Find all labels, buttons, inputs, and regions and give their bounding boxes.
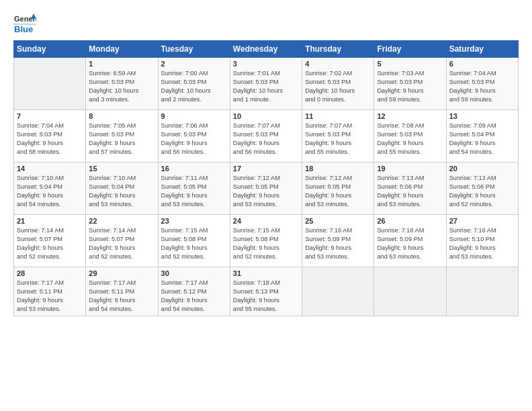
calendar-cell: 28Sunrise: 7:17 AM Sunset: 5:11 PM Dayli…: [14, 267, 86, 316]
day-number: 15: [89, 165, 154, 173]
day-info: Sunrise: 7:16 AM Sunset: 5:10 PM Dayligh…: [449, 226, 515, 261]
day-number: 21: [17, 217, 83, 225]
page-header: General Blue: [13, 12, 519, 35]
calendar-cell: 31Sunrise: 7:18 AM Sunset: 5:13 PM Dayli…: [230, 267, 302, 316]
calendar-cell: 20Sunrise: 7:13 AM Sunset: 5:06 PM Dayli…: [446, 163, 518, 215]
day-number: 29: [89, 269, 154, 277]
day-info: Sunrise: 7:16 AM Sunset: 5:09 PM Dayligh…: [377, 226, 443, 261]
day-number: 17: [233, 165, 299, 173]
day-number: 24: [233, 217, 299, 225]
day-info: Sunrise: 7:12 AM Sunset: 5:05 PM Dayligh…: [233, 174, 299, 209]
calendar-cell: 13Sunrise: 7:09 AM Sunset: 5:04 PM Dayli…: [446, 110, 518, 163]
day-info: Sunrise: 7:17 AM Sunset: 5:11 PM Dayligh…: [17, 279, 83, 314]
day-number: 23: [161, 217, 227, 225]
calendar-cell: [446, 267, 518, 316]
day-number: 19: [377, 165, 443, 173]
day-info: Sunrise: 7:12 AM Sunset: 5:05 PM Dayligh…: [305, 174, 371, 209]
day-info: Sunrise: 7:13 AM Sunset: 5:06 PM Dayligh…: [449, 174, 515, 209]
day-info: Sunrise: 7:06 AM Sunset: 5:03 PM Dayligh…: [161, 122, 227, 156]
day-number: 30: [161, 269, 227, 277]
col-header-thursday: Thursday: [302, 41, 374, 58]
day-info: Sunrise: 7:10 AM Sunset: 5:04 PM Dayligh…: [17, 174, 83, 209]
calendar-cell: [14, 58, 86, 110]
logo-graphic: General Blue: [13, 12, 36, 35]
calendar-cell: 22Sunrise: 7:14 AM Sunset: 5:07 PM Dayli…: [86, 215, 158, 267]
day-number: 3: [233, 60, 299, 68]
day-info: Sunrise: 7:05 AM Sunset: 5:03 PM Dayligh…: [89, 122, 154, 156]
calendar-cell: 8Sunrise: 7:05 AM Sunset: 5:03 PM Daylig…: [86, 110, 158, 163]
day-number: 9: [161, 112, 227, 120]
day-number: 11: [305, 112, 371, 120]
day-info: Sunrise: 7:14 AM Sunset: 5:07 PM Dayligh…: [89, 226, 154, 261]
day-number: 25: [305, 217, 371, 225]
day-number: 26: [377, 217, 443, 225]
day-number: 8: [89, 112, 154, 120]
calendar-cell: 16Sunrise: 7:11 AM Sunset: 5:05 PM Dayli…: [158, 163, 230, 215]
calendar-cell: 19Sunrise: 7:13 AM Sunset: 5:06 PM Dayli…: [374, 163, 446, 215]
calendar-cell: 25Sunrise: 7:16 AM Sunset: 5:09 PM Dayli…: [302, 215, 374, 267]
calendar-cell: 15Sunrise: 7:10 AM Sunset: 5:04 PM Dayli…: [86, 163, 158, 215]
day-number: 14: [17, 165, 83, 173]
calendar-cell: 27Sunrise: 7:16 AM Sunset: 5:10 PM Dayli…: [446, 215, 518, 267]
day-info: Sunrise: 7:11 AM Sunset: 5:05 PM Dayligh…: [161, 174, 227, 209]
calendar-cell: 1Sunrise: 6:59 AM Sunset: 5:03 PM Daylig…: [86, 58, 158, 110]
svg-text:Blue: Blue: [14, 24, 33, 34]
day-number: 27: [449, 217, 515, 225]
col-header-sunday: Sunday: [14, 41, 86, 58]
col-header-tuesday: Tuesday: [158, 41, 230, 58]
day-number: 6: [449, 60, 515, 68]
day-number: 1: [89, 60, 154, 68]
day-info: Sunrise: 7:07 AM Sunset: 5:03 PM Dayligh…: [305, 122, 371, 156]
day-number: 20: [449, 165, 515, 173]
day-info: Sunrise: 7:14 AM Sunset: 5:07 PM Dayligh…: [17, 226, 83, 261]
day-info: Sunrise: 7:16 AM Sunset: 5:09 PM Dayligh…: [305, 226, 371, 261]
calendar-cell: 24Sunrise: 7:15 AM Sunset: 5:08 PM Dayli…: [230, 215, 302, 267]
calendar-header: SundayMondayTuesdayWednesdayThursdayFrid…: [14, 41, 519, 58]
day-info: Sunrise: 7:10 AM Sunset: 5:04 PM Dayligh…: [89, 174, 154, 209]
day-info: Sunrise: 7:17 AM Sunset: 5:11 PM Dayligh…: [89, 279, 154, 314]
day-info: Sunrise: 7:04 AM Sunset: 5:03 PM Dayligh…: [449, 69, 515, 104]
day-number: 18: [305, 165, 371, 173]
day-info: Sunrise: 7:07 AM Sunset: 5:03 PM Dayligh…: [233, 122, 299, 156]
day-number: 10: [233, 112, 299, 120]
day-info: Sunrise: 7:08 AM Sunset: 5:03 PM Dayligh…: [377, 122, 443, 156]
col-header-friday: Friday: [374, 41, 446, 58]
calendar-cell: 26Sunrise: 7:16 AM Sunset: 5:09 PM Dayli…: [374, 215, 446, 267]
col-header-saturday: Saturday: [446, 41, 518, 58]
calendar-cell: 2Sunrise: 7:00 AM Sunset: 5:03 PM Daylig…: [158, 58, 230, 110]
day-number: 31: [233, 269, 299, 277]
day-info: Sunrise: 7:15 AM Sunset: 5:08 PM Dayligh…: [161, 226, 227, 261]
calendar-cell: 12Sunrise: 7:08 AM Sunset: 5:03 PM Dayli…: [374, 110, 446, 163]
calendar-cell: 3Sunrise: 7:01 AM Sunset: 5:03 PM Daylig…: [230, 58, 302, 110]
calendar-cell: 10Sunrise: 7:07 AM Sunset: 5:03 PM Dayli…: [230, 110, 302, 163]
logo: General Blue: [13, 12, 36, 35]
calendar-cell: 21Sunrise: 7:14 AM Sunset: 5:07 PM Dayli…: [14, 215, 86, 267]
calendar-cell: 7Sunrise: 7:04 AM Sunset: 5:03 PM Daylig…: [14, 110, 86, 163]
calendar-cell: 6Sunrise: 7:04 AM Sunset: 5:03 PM Daylig…: [446, 58, 518, 110]
day-number: 5: [377, 60, 443, 68]
calendar-table: SundayMondayTuesdayWednesdayThursdayFrid…: [13, 40, 519, 316]
day-number: 28: [17, 269, 83, 277]
col-header-monday: Monday: [86, 41, 158, 58]
day-info: Sunrise: 7:18 AM Sunset: 5:13 PM Dayligh…: [233, 279, 299, 314]
calendar-cell: 30Sunrise: 7:17 AM Sunset: 5:12 PM Dayli…: [158, 267, 230, 316]
calendar-cell: 23Sunrise: 7:15 AM Sunset: 5:08 PM Dayli…: [158, 215, 230, 267]
calendar-cell: 5Sunrise: 7:03 AM Sunset: 5:03 PM Daylig…: [374, 58, 446, 110]
calendar-cell: 11Sunrise: 7:07 AM Sunset: 5:03 PM Dayli…: [302, 110, 374, 163]
day-number: 22: [89, 217, 154, 225]
calendar-cell: 4Sunrise: 7:02 AM Sunset: 5:03 PM Daylig…: [302, 58, 374, 110]
day-number: 16: [161, 165, 227, 173]
day-number: 4: [305, 60, 371, 68]
day-number: 7: [17, 112, 83, 120]
day-info: Sunrise: 7:15 AM Sunset: 5:08 PM Dayligh…: [233, 226, 299, 261]
calendar-cell: [302, 267, 374, 316]
day-info: Sunrise: 7:04 AM Sunset: 5:03 PM Dayligh…: [17, 122, 83, 156]
day-number: 13: [449, 112, 515, 120]
calendar-cell: [374, 267, 446, 316]
day-number: 2: [161, 60, 227, 68]
day-info: Sunrise: 6:59 AM Sunset: 5:03 PM Dayligh…: [89, 69, 154, 104]
day-info: Sunrise: 7:00 AM Sunset: 5:03 PM Dayligh…: [161, 69, 227, 104]
calendar-cell: 9Sunrise: 7:06 AM Sunset: 5:03 PM Daylig…: [158, 110, 230, 163]
col-header-wednesday: Wednesday: [230, 41, 302, 58]
calendar-cell: 14Sunrise: 7:10 AM Sunset: 5:04 PM Dayli…: [14, 163, 86, 215]
